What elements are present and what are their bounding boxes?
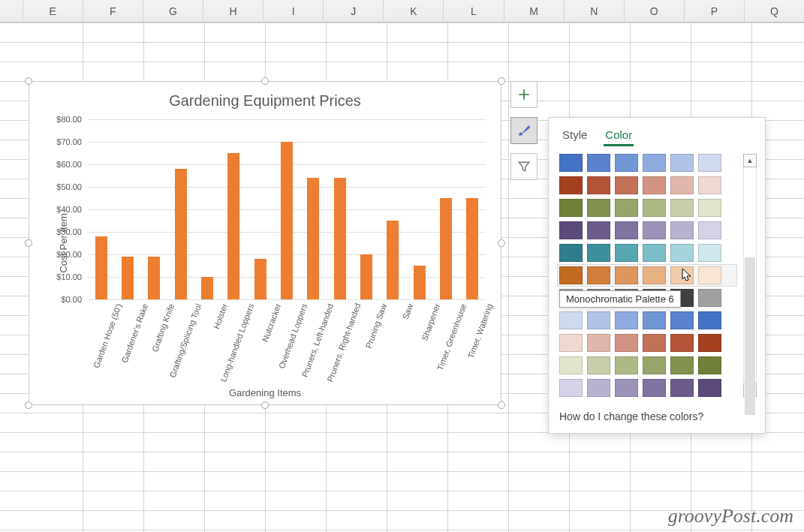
color-swatch[interactable] <box>643 199 666 217</box>
column-header-F[interactable]: F <box>83 0 143 23</box>
color-swatch[interactable] <box>698 221 721 239</box>
palette-row[interactable] <box>559 199 735 217</box>
color-swatch[interactable] <box>670 311 694 329</box>
column-header-L[interactable]: L <box>443 0 503 23</box>
palette-row[interactable] <box>559 311 735 329</box>
color-swatch[interactable] <box>643 356 666 374</box>
scroll-thumb[interactable] <box>745 257 755 415</box>
palette-row[interactable] <box>559 356 735 374</box>
column-header-N[interactable]: N <box>564 0 624 23</box>
color-swatch[interactable] <box>559 154 583 172</box>
color-swatch[interactable] <box>587 356 610 374</box>
column-header-H[interactable]: H <box>203 0 263 23</box>
bar[interactable] <box>307 178 319 299</box>
y-axis-label[interactable]: Cost Per Item <box>58 213 69 272</box>
resize-handle-tm[interactable] <box>261 77 269 85</box>
color-swatch[interactable] <box>698 334 721 352</box>
color-swatch[interactable] <box>643 176 666 194</box>
resize-handle-br[interactable] <box>498 401 505 409</box>
color-swatch[interactable] <box>698 289 721 307</box>
color-swatch[interactable] <box>615 356 638 374</box>
color-swatch[interactable] <box>559 221 583 239</box>
color-swatch[interactable] <box>670 334 694 352</box>
column-header-G[interactable]: G <box>143 0 203 23</box>
bar[interactable] <box>201 277 213 299</box>
column-header-J[interactable]: J <box>323 0 383 23</box>
resize-handle-tr[interactable] <box>498 77 505 85</box>
color-swatch[interactable] <box>559 176 583 194</box>
column-header-M[interactable]: M <box>504 0 564 23</box>
color-swatch[interactable] <box>615 334 638 352</box>
color-swatch[interactable] <box>643 266 666 284</box>
column-header-O[interactable]: O <box>624 0 684 23</box>
chart-filter-button[interactable] <box>510 153 538 180</box>
color-swatch[interactable] <box>670 154 694 172</box>
bar[interactable] <box>122 257 134 299</box>
color-swatch[interactable] <box>670 221 694 239</box>
color-swatch[interactable] <box>587 176 610 194</box>
color-swatch[interactable] <box>587 244 610 262</box>
color-swatch[interactable] <box>587 266 610 284</box>
plot-area[interactable]: Garden Hose (50')Gardener's RakeGrafting… <box>88 119 486 299</box>
color-swatch[interactable] <box>670 244 694 262</box>
resize-handle-ml[interactable] <box>25 239 32 247</box>
color-swatch[interactable] <box>698 244 721 262</box>
bar[interactable] <box>440 198 452 299</box>
color-swatch[interactable] <box>559 379 583 397</box>
tab-color[interactable]: Color <box>604 125 634 146</box>
bar[interactable] <box>360 254 372 299</box>
bar[interactable] <box>387 221 399 299</box>
color-swatch[interactable] <box>587 199 610 217</box>
color-swatch[interactable] <box>698 311 721 329</box>
color-swatch[interactable] <box>559 199 583 217</box>
color-swatch[interactable] <box>615 244 638 262</box>
column-header-E[interactable]: E <box>23 0 83 23</box>
color-swatch[interactable] <box>643 311 666 329</box>
column-header-I[interactable]: I <box>263 0 323 23</box>
palette-row[interactable] <box>558 265 736 286</box>
chart-elements-button[interactable] <box>510 81 538 108</box>
color-swatch[interactable] <box>559 266 583 284</box>
color-swatch[interactable] <box>587 154 610 172</box>
chart-container[interactable]: Gardening Equipment Prices Cost Per Item… <box>29 81 501 405</box>
color-swatch[interactable] <box>615 221 638 239</box>
color-swatch[interactable] <box>670 356 694 374</box>
color-swatch[interactable] <box>698 154 721 172</box>
x-axis-label[interactable]: Gardening Items <box>229 387 301 398</box>
palette-row[interactable] <box>559 176 735 194</box>
chart-styles-button[interactable] <box>510 117 538 144</box>
color-swatch[interactable] <box>670 176 694 194</box>
tab-style[interactable]: Style <box>561 125 589 146</box>
color-swatch[interactable] <box>615 176 638 194</box>
bar[interactable] <box>414 266 426 299</box>
resize-handle-bm[interactable] <box>261 401 269 409</box>
color-swatch[interactable] <box>698 176 721 194</box>
color-swatch[interactable] <box>559 356 583 374</box>
palette-row[interactable] <box>559 244 735 262</box>
bar[interactable] <box>175 169 187 299</box>
color-swatch[interactable] <box>615 199 638 217</box>
color-swatch[interactable] <box>643 334 666 352</box>
color-swatch[interactable] <box>670 266 694 284</box>
palette-row[interactable] <box>559 379 735 397</box>
bar[interactable] <box>227 153 239 299</box>
color-swatch[interactable] <box>587 311 610 329</box>
color-swatch[interactable] <box>643 221 666 239</box>
palette-row[interactable] <box>559 221 735 239</box>
color-swatch[interactable] <box>670 379 694 397</box>
bar[interactable] <box>95 236 107 299</box>
color-swatch[interactable] <box>559 334 583 352</box>
column-header-Q[interactable]: Q <box>744 0 804 23</box>
palette-row[interactable] <box>559 334 735 352</box>
color-swatch[interactable] <box>615 154 638 172</box>
color-swatch[interactable] <box>643 379 666 397</box>
color-swatch[interactable] <box>643 244 666 262</box>
color-swatch[interactable] <box>698 379 721 397</box>
color-swatch[interactable] <box>643 154 666 172</box>
bar[interactable] <box>466 198 478 299</box>
help-link[interactable]: How do I change these colors? <box>559 410 757 422</box>
color-swatch[interactable] <box>615 311 638 329</box>
scroll-up-button[interactable]: ▲ <box>743 154 757 167</box>
color-swatch[interactable] <box>587 334 610 352</box>
bar[interactable] <box>254 259 266 299</box>
